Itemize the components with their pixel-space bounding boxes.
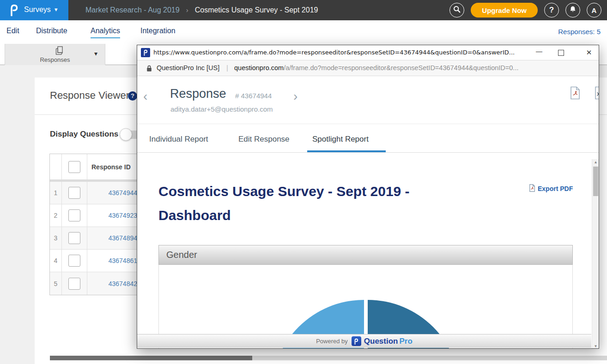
row-checkbox[interactable] [68, 187, 80, 199]
response-title: Response [170, 87, 226, 101]
row-number: 4 [50, 250, 62, 272]
response-header: ‹ Response # 43674944 › aditya.datar+5@q… [137, 76, 599, 124]
lock-icon [146, 65, 152, 73]
previous-response-button[interactable]: ‹ [143, 90, 147, 103]
help-button[interactable]: ? [544, 3, 559, 18]
toolbar-responses-button[interactable]: Responses ▾ [5, 44, 105, 65]
breadcrumb-separator-icon: › [186, 6, 188, 14]
account-avatar[interactable]: A [587, 3, 601, 18]
tab-edit-response[interactable]: Edit Response [238, 135, 290, 144]
select-all-checkbox[interactable] [68, 161, 80, 173]
row-number: 1 [50, 182, 62, 204]
dashboard-title: Cosmetics Usage Survey - Sept 2019 - Das… [158, 179, 454, 227]
tab-analytics[interactable]: Analytics [91, 27, 120, 38]
breadcrumb: Market Research - Aug 2019›Cosmetics Usa… [85, 0, 318, 20]
responses-tool-label: Responses [5, 56, 105, 63]
row-number: 5 [50, 272, 62, 295]
survey-nav: Edit Distribute Analytics Integration Re… [0, 20, 607, 44]
toolbar-caret-icon[interactable]: ▾ [94, 50, 97, 57]
surveys-label: Surveys [24, 6, 51, 14]
search-button[interactable] [449, 3, 464, 18]
svg-text:X: X [597, 92, 599, 97]
close-icon[interactable]: ✕ [582, 48, 596, 57]
gender-panel-title: Gender [158, 245, 573, 265]
powered-by-label: Powered by [316, 338, 348, 345]
display-questions-label: Display Questions [50, 130, 118, 139]
export-pdf-icon [529, 184, 535, 193]
bell-icon [569, 5, 577, 15]
responses-count-label: Responses: 5 [558, 28, 601, 36]
page-title: Response Viewer [50, 90, 129, 101]
security-url-path: /a/frame.do?mode=responseeditor&response… [284, 64, 518, 72]
upgrade-now-button[interactable]: Upgrade Now [471, 3, 538, 18]
surveys-menu[interactable]: Surveys ▾ [0, 0, 68, 20]
notifications-button[interactable] [565, 3, 580, 18]
scroll-up-icon[interactable]: ▲ [592, 160, 599, 164]
gender-panel: Gender [158, 245, 573, 349]
report-tabs: Individual Report Edit Response Spotligh… [137, 124, 599, 153]
popup-security-bar: QuestionPro Inc [US] | questionpro.com/a… [137, 60, 599, 76]
response-id-label: # 43674944 [235, 92, 272, 100]
popup-titlebar[interactable]: https://www.questionpro.com/a/frame.do?m… [137, 45, 599, 60]
row-number: 3 [50, 227, 62, 249]
popup-vertical-scrollbar[interactable]: ▲ ▼ [592, 159, 599, 349]
row-checkbox[interactable] [68, 232, 80, 244]
response-id-header[interactable]: Response ID [87, 163, 131, 171]
app-header: Surveys ▾ Market Research - Aug 2019›Cos… [0, 0, 607, 20]
tab-edit[interactable]: Edit [6, 27, 19, 35]
download-pdf-icon[interactable] [570, 86, 581, 101]
tab-distribute[interactable]: Distribute [36, 27, 67, 35]
brand-pro-label[interactable]: Pro [399, 337, 412, 346]
chevron-down-icon: ▾ [55, 6, 58, 13]
security-url-domain: questionpro.com [234, 64, 284, 72]
questionpro-favicon [141, 48, 150, 57]
tab-spotlight-report[interactable]: Spotlight Report [312, 135, 369, 144]
help-icon: ? [549, 6, 554, 15]
breadcrumb-survey-title: Cosmetics Usage Survey - Sept 2019 [195, 6, 318, 14]
powered-by-footer: Powered by Question Pro [137, 334, 591, 348]
active-tab-underline [307, 150, 386, 152]
security-organization[interactable]: QuestionPro Inc [US] [157, 64, 219, 72]
popup-url-text: https://www.questionpro.com/a/frame.do?m… [153, 49, 528, 56]
screen: Surveys ▾ Market Research - Aug 2019›Cos… [0, 0, 607, 364]
row-checkbox[interactable] [68, 209, 80, 221]
horizontal-scrollbar-thumb[interactable] [50, 356, 252, 360]
minimize-icon[interactable]: — [532, 48, 546, 55]
download-xls-icon[interactable]: X [594, 86, 599, 101]
spotlight-report-content: Cosmetics Usage Survey - Sept 2019 - Das… [137, 153, 599, 349]
tab-integration[interactable]: Integration [140, 27, 176, 35]
security-separator: | [226, 64, 228, 72]
horizontal-scrollbar[interactable] [50, 356, 607, 360]
row-number: 2 [50, 204, 62, 227]
popup-scrollbar-thumb[interactable] [593, 167, 598, 196]
breadcrumb-folder[interactable]: Market Research - Aug 2019 [85, 6, 180, 14]
export-pdf-button[interactable]: Export PDF [529, 184, 573, 193]
display-questions-toggle-knob[interactable] [120, 128, 132, 141]
response-popup-window: https://www.questionpro.com/a/frame.do?m… [137, 45, 599, 349]
avatar-letter: A [592, 6, 597, 14]
header-actions: Upgrade Now ? A [449, 3, 601, 18]
brand-question-label[interactable]: Question [364, 337, 398, 346]
respondent-email: aditya.datar+5@questionpro.com [170, 105, 273, 113]
questionpro-logo-icon [8, 4, 19, 18]
row-checkbox[interactable] [68, 255, 80, 267]
questionpro-badge-icon [352, 336, 361, 346]
row-checkbox[interactable] [68, 278, 80, 290]
maximize-icon[interactable] [558, 50, 564, 56]
viewer-help-icon[interactable]: ? [128, 91, 137, 101]
next-response-button[interactable]: › [293, 90, 297, 103]
security-url: questionpro.com/a/frame.do?mode=response… [234, 64, 518, 72]
export-pdf-label: Export PDF [538, 185, 573, 192]
tab-individual-report[interactable]: Individual Report [149, 135, 208, 144]
scroll-down-icon[interactable]: ▼ [592, 344, 599, 348]
search-icon [453, 5, 461, 15]
